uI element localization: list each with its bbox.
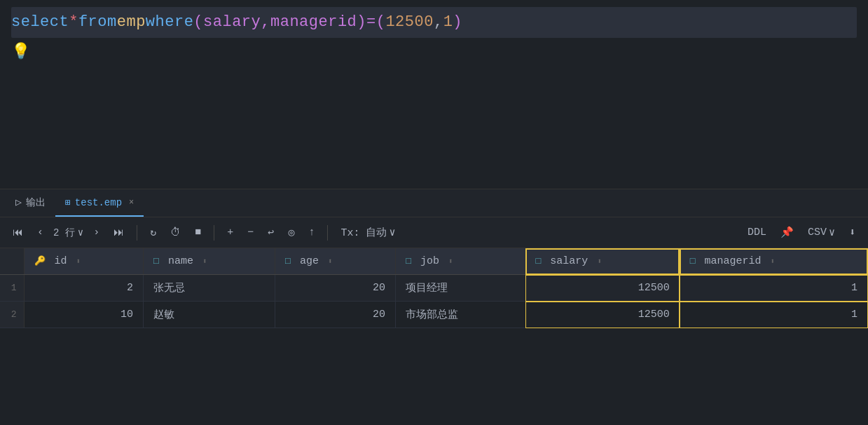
th-salary: □ salary ⬍ — [525, 248, 680, 275]
th-salary-label: salary — [550, 255, 588, 267]
toolbar-right: DDL 📌 CSV ∨ ⬇ — [743, 223, 860, 242]
rownum-1: 1 — [0, 275, 24, 302]
salary-sort-icon: ⬍ — [597, 257, 602, 266]
editor-area: select * from emp where ( salary,manager… — [0, 0, 868, 189]
ddl-button[interactable]: DDL — [743, 224, 771, 241]
job-sort-icon: ⬍ — [448, 257, 453, 266]
cell-id-1: 2 — [24, 275, 144, 302]
keyword-from: from — [78, 7, 117, 38]
cell-managerid-1: 1 — [680, 275, 867, 302]
th-id: 🔑 id ⬍ — [24, 248, 144, 275]
stop-button[interactable]: ■ — [191, 224, 205, 241]
th-managerid: □ managerid ⬍ — [680, 248, 867, 275]
csv-label: CSV — [808, 227, 827, 238]
cell-job-2: 市场部总监 — [396, 302, 525, 328]
open-paren: ( — [193, 7, 203, 38]
id-col-icon: 🔑 — [34, 256, 46, 267]
test-emp-tab-icon: ⊞ — [65, 197, 71, 208]
toolbar: ⏮ ‹ 2 行 ∨ › ⏭ ↻ ⏱ ■ + − ↩ ◎ ↑ Tx: 自动 ∨ D… — [0, 217, 868, 248]
tab-output[interactable]: ▷ 输出 — [6, 189, 55, 217]
managerid-sort-icon: ⬍ — [771, 257, 776, 266]
cell-age-2: 20 — [275, 302, 396, 328]
th-age: □ age ⬍ — [275, 248, 396, 275]
name-col-icon: □ — [153, 256, 159, 267]
tab-close-button[interactable]: × — [129, 198, 134, 208]
th-name-label: name — [168, 255, 193, 267]
keyword-where: where — [146, 7, 194, 38]
cell-job-1: 项目经理 — [396, 275, 525, 302]
csv-button[interactable]: CSV ∨ — [804, 223, 839, 242]
th-rownum — [0, 248, 24, 275]
th-name: □ name ⬍ — [144, 248, 275, 275]
rows-label: 2 行 — [53, 227, 75, 239]
view-button[interactable]: ◎ — [284, 223, 298, 242]
th-age-label: age — [300, 255, 319, 267]
pin-button[interactable]: 📌 — [776, 223, 798, 242]
close-eq: )=( — [357, 7, 385, 38]
cell-managerid-2: 1 — [680, 302, 867, 328]
refresh-button[interactable]: ↻ — [146, 223, 160, 242]
th-job-label: job — [420, 255, 439, 267]
csv-dropdown-icon: ∨ — [829, 226, 835, 239]
column-names: salary,managerid — [203, 7, 357, 38]
next-button[interactable]: › — [89, 224, 104, 241]
rollback-button[interactable]: ↩ — [263, 223, 278, 242]
value-2: 1 — [443, 7, 453, 38]
tabs-bar: ▷ 输出 ⊞ test.emp × — [0, 189, 868, 217]
tx-dropdown-icon: ∨ — [389, 226, 395, 239]
comma: , — [434, 7, 443, 38]
keyword-star: * — [69, 7, 78, 38]
table-row: 1 2 张无忌 20 项目经理 12500 1 — [0, 275, 868, 302]
results-table: 🔑 id ⬍ □ name ⬍ □ age ⬍ □ — [0, 248, 868, 328]
bottom-panel: ▷ 输出 ⊞ test.emp × ⏮ ‹ 2 行 ∨ › ⏭ ↻ ⏱ ■ + … — [0, 189, 868, 425]
tab-test-emp[interactable]: ⊞ test.emp × — [55, 189, 144, 217]
lightbulb-icon: 💡 — [11, 41, 857, 64]
table-container: 🔑 id ⬍ □ name ⬍ □ age ⬍ □ — [0, 248, 868, 425]
test-emp-tab-label: test.emp — [75, 197, 122, 208]
prev-button[interactable]: ‹ — [33, 224, 48, 241]
code-line: select * from emp where ( salary,manager… — [11, 7, 857, 38]
tx-button[interactable]: Tx: 自动 ∨ — [336, 223, 399, 242]
add-row-button[interactable]: + — [223, 224, 237, 241]
job-col-icon: □ — [406, 256, 411, 267]
close-paren: ) — [453, 7, 462, 38]
managerid-col-icon: □ — [690, 256, 696, 267]
th-job: □ job ⬍ — [396, 248, 525, 275]
output-tab-label: 输出 — [26, 196, 46, 209]
separator-3 — [327, 225, 328, 241]
salary-col-icon: □ — [536, 256, 542, 267]
history-button[interactable]: ⏱ — [166, 224, 185, 242]
cell-id-2: 10 — [24, 302, 144, 328]
age-sort-icon: ⬍ — [328, 257, 333, 266]
cell-salary-1: 12500 — [525, 275, 680, 302]
th-managerid-label: managerid — [705, 255, 762, 267]
first-button[interactable]: ⏮ — [8, 224, 27, 242]
table-header-row: 🔑 id ⬍ □ name ⬍ □ age ⬍ □ — [0, 248, 868, 275]
last-button[interactable]: ⏭ — [109, 224, 128, 242]
cell-age-1: 20 — [275, 275, 396, 302]
separator-2 — [214, 225, 214, 241]
rownum-2: 2 — [0, 302, 24, 328]
submit-button[interactable]: ↑ — [304, 224, 319, 241]
name-sort-icon: ⬍ — [202, 257, 207, 266]
id-sort-icon: ⬍ — [76, 257, 81, 266]
delete-row-button[interactable]: − — [243, 224, 258, 241]
cell-name-2: 赵敏 — [144, 302, 275, 328]
output-tab-icon: ▷ — [15, 196, 22, 209]
tx-label: Tx: 自动 — [340, 226, 387, 239]
download-button[interactable]: ⬇ — [845, 223, 860, 242]
table-name: emp — [117, 7, 146, 38]
th-id-label: id — [55, 255, 67, 267]
table-row: 2 10 赵敏 20 市场部总监 12500 1 — [0, 302, 868, 328]
separator-1 — [137, 225, 137, 241]
value-1: 12500 — [385, 7, 434, 38]
cell-salary-2: 12500 — [525, 302, 680, 328]
age-col-icon: □ — [285, 256, 291, 267]
cell-name-1: 张无忌 — [144, 275, 275, 302]
keyword-select: select — [11, 7, 69, 38]
rows-count[interactable]: 2 行 ∨ — [53, 227, 83, 239]
rows-dropdown-icon: ∨ — [78, 227, 83, 238]
